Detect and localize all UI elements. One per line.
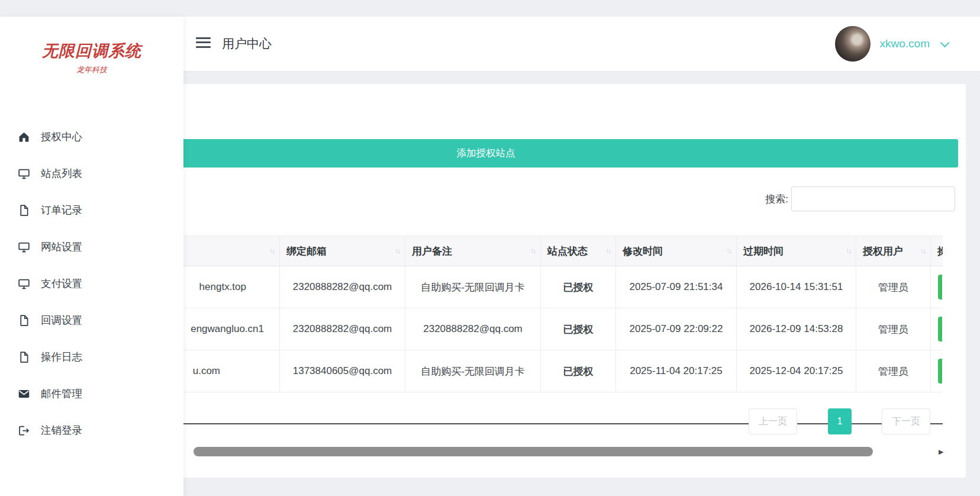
- cell-action: [931, 350, 943, 392]
- file-icon: [18, 351, 30, 363]
- cell-email: 2320888282@qq.com: [280, 308, 405, 350]
- column-header-modified[interactable]: 修改时间 ↑↓: [616, 236, 737, 266]
- account-menu[interactable]: xkwo.com: [831, 24, 950, 64]
- action-button-clipped[interactable]: [938, 275, 942, 299]
- sidebar-item-order-log[interactable]: 订单记录: [0, 192, 183, 228]
- cell-expire-time: 2025-12-04 20:17:25: [737, 350, 856, 392]
- sidebar-item-auth-center[interactable]: 授权中心: [0, 118, 183, 155]
- column-header-status[interactable]: 站点状态 ↑↓: [541, 236, 616, 266]
- app-root: 添加授权站点 搜索: ↑↓ 绑定邮箱 ↑↓ 用户备注 ↑↓ 站点状态: [0, 0, 980, 496]
- column-header-action[interactable]: 操作: [931, 236, 943, 266]
- scrollbar-right-arrow-icon[interactable]: ▶: [939, 447, 943, 456]
- sidebar: 无限回调系统 龙年科技 授权中心 站点列表 订单记录 网站设置: [0, 17, 183, 496]
- column-header-user[interactable]: 授权用户 ↑↓: [856, 236, 931, 266]
- cell-modified-time: 2025-07-09 22:09:22: [616, 308, 737, 350]
- monitor-icon: [18, 278, 30, 290]
- sort-icon[interactable]: ↑↓: [726, 247, 731, 255]
- cell-modified-time: 2025-11-04 20:17:25: [616, 350, 737, 392]
- sort-icon[interactable]: ↑↓: [530, 247, 535, 255]
- avatar[interactable]: [835, 26, 871, 62]
- sidebar-item-logout[interactable]: 注销登录: [0, 412, 183, 449]
- page-title: 用户中心: [222, 36, 272, 52]
- hamburger-menu-icon[interactable]: [196, 36, 211, 51]
- cell-auth-user: 管理员: [856, 266, 931, 308]
- next-page-button[interactable]: 下一页: [882, 408, 930, 434]
- cell-note: 自助购买-无限回调月卡: [405, 266, 541, 308]
- cell-email: 1373840605@qq.com: [280, 350, 405, 392]
- sort-icon[interactable]: ↑↓: [920, 247, 925, 255]
- cell-email: 2320888282@qq.com: [280, 266, 405, 308]
- search-input[interactable]: [791, 186, 955, 211]
- monitor-icon: [18, 168, 30, 180]
- status-badge: 已授权: [541, 308, 616, 350]
- column-header-note[interactable]: 用户备注 ↑↓: [405, 236, 541, 266]
- cell-expire-time: 2026-10-14 15:31:51: [737, 266, 856, 308]
- cell-auth-user: 管理员: [856, 350, 931, 392]
- account-name: xkwo.com: [880, 37, 930, 50]
- sidebar-menu: 授权中心 站点列表 订单记录 网站设置 支付设置 回调设置: [0, 118, 183, 449]
- sort-icon[interactable]: ↑↓: [395, 247, 399, 255]
- cell-modified-time: 2025-07-09 21:51:34: [616, 266, 737, 308]
- cell-action: [931, 308, 943, 350]
- sidebar-item-site-list[interactable]: 站点列表: [0, 155, 183, 192]
- cell-expire-time: 2026-12-09 14:53:28: [737, 308, 856, 350]
- sidebar-item-mail-management[interactable]: 邮件管理: [0, 375, 183, 412]
- search-label: 搜索:: [723, 192, 788, 206]
- prev-page-button[interactable]: 上一页: [749, 408, 797, 434]
- sidebar-item-payment-settings[interactable]: 支付设置: [0, 265, 183, 302]
- brand-logo: 无限回调系统 龙年科技: [0, 40, 183, 75]
- cell-note: 2320888282@qq.com: [405, 308, 541, 350]
- logout-icon: [18, 424, 30, 437]
- sort-icon[interactable]: ↑↓: [269, 247, 274, 255]
- cell-note: 自助购买-无限回调月卡: [405, 350, 541, 392]
- sidebar-item-callback-settings[interactable]: 回调设置: [0, 302, 183, 339]
- sidebar-item-website-settings[interactable]: 网站设置: [0, 228, 183, 265]
- cell-action: [931, 266, 943, 308]
- column-header-email[interactable]: 绑定邮箱 ↑↓: [280, 236, 405, 266]
- sort-icon[interactable]: ↑↓: [846, 247, 850, 255]
- mail-icon: [18, 388, 30, 400]
- status-badge: 已授权: [541, 266, 616, 308]
- action-button-clipped[interactable]: [938, 317, 942, 342]
- action-button-clipped[interactable]: [938, 359, 942, 384]
- cell-auth-user: 管理员: [856, 308, 931, 350]
- brand-title: 无限回调系统: [0, 40, 183, 62]
- status-badge: 已授权: [541, 350, 616, 392]
- current-page-button[interactable]: 1: [828, 408, 852, 434]
- column-header-expire[interactable]: 过期时间 ↑↓: [737, 236, 856, 266]
- chevron-down-icon: [940, 38, 950, 47]
- scrollbar-thumb[interactable]: [194, 447, 873, 456]
- file-icon: [18, 314, 30, 327]
- sidebar-item-operation-log[interactable]: 操作日志: [0, 339, 183, 375]
- brand-subtitle: 龙年科技: [0, 65, 183, 75]
- sort-icon[interactable]: ↑↓: [605, 247, 610, 255]
- file-icon: [18, 204, 30, 217]
- monitor-icon: [18, 241, 30, 253]
- home-icon: [18, 131, 30, 143]
